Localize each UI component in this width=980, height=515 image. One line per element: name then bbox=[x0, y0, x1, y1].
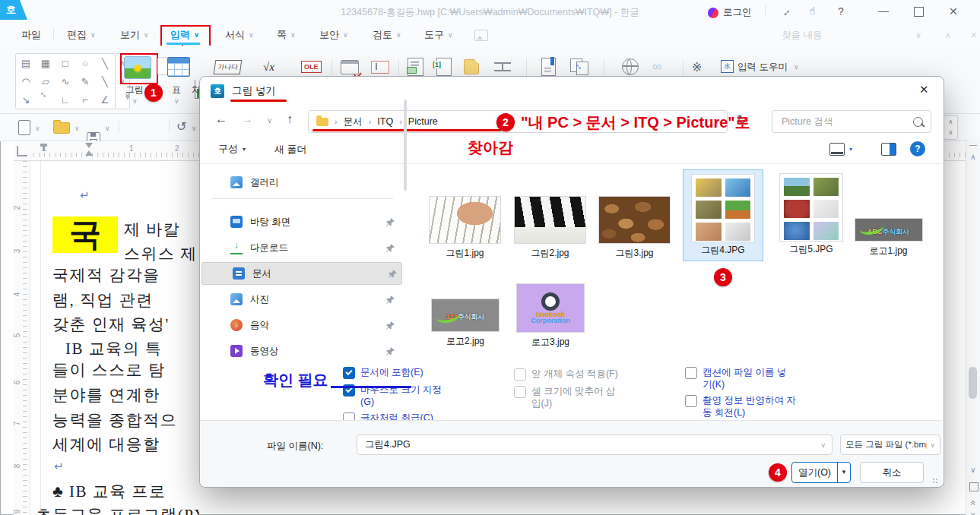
filename-field[interactable]: ∨ bbox=[357, 434, 833, 455]
shape-tool[interactable]: ▤ bbox=[16, 54, 36, 72]
open-document-button[interactable] bbox=[53, 122, 70, 134]
file-item-grim2[interactable]: 그림2.jpg bbox=[503, 196, 598, 260]
scroll-up-icon[interactable]: ∧ bbox=[966, 153, 980, 161]
ruler-corner-icon[interactable] bbox=[17, 146, 27, 156]
menu-edit[interactable]: 편집∨ bbox=[67, 28, 96, 42]
indent-marker-top[interactable] bbox=[85, 143, 93, 148]
dialog-help-button[interactable]: ? bbox=[910, 141, 925, 156]
numbering-button[interactable] bbox=[408, 55, 423, 78]
shape-tool[interactable]: ○ bbox=[75, 54, 95, 72]
find-close-icon[interactable]: ✕ bbox=[970, 30, 977, 40]
menu-review[interactable]: 검토∨ bbox=[373, 28, 401, 42]
split-handle[interactable]: — bbox=[966, 141, 980, 149]
option-auto-rotate[interactable]: 촬영 정보 반영하여 자동 회전(L) bbox=[685, 394, 799, 419]
sidebar-item-pictures[interactable]: 사진 bbox=[200, 288, 404, 311]
nav-forward-icon[interactable]: → bbox=[241, 112, 253, 126]
scrollbar-thumb[interactable] bbox=[969, 367, 977, 399]
next-page-icon[interactable]: » bbox=[968, 508, 978, 515]
close-button[interactable]: ✕ bbox=[949, 5, 958, 17]
chevron-down-icon[interactable]: ∨ bbox=[174, 97, 179, 105]
shape-tool[interactable]: ∠ bbox=[95, 90, 115, 109]
checkbox-icon[interactable] bbox=[514, 386, 526, 398]
nav-back-icon[interactable]: ← bbox=[215, 112, 227, 126]
sidebar-item-documents[interactable]: 문서 bbox=[201, 262, 402, 285]
hwp-logo-tab[interactable]: 호 bbox=[0, 0, 27, 20]
bookmark-button[interactable] bbox=[541, 55, 556, 78]
input-helper-button[interactable]: 입력 도우미 bbox=[737, 61, 788, 74]
chevron-down-icon[interactable]: ∨ bbox=[794, 63, 799, 71]
cancel-button[interactable]: 취소 bbox=[860, 462, 924, 483]
minimize-button[interactable]: — bbox=[878, 5, 889, 17]
file-item-grim3[interactable]: 그림3.jpg bbox=[587, 196, 682, 260]
fullscreen-icon[interactable]: ↔ bbox=[777, 3, 793, 19]
open-button[interactable]: 열기(O) ▼ bbox=[791, 462, 851, 483]
maximize-button[interactable] bbox=[914, 7, 924, 17]
document-page[interactable]: ↵ 국 제 바칼 스위스 제 국제적 감각을 램, 직업 관련 갖춘 인재 육성… bbox=[30, 161, 199, 515]
sidebar-item-gallery[interactable]: 갤러리 bbox=[200, 171, 404, 194]
login-button[interactable]: 로그인 bbox=[708, 6, 752, 19]
new-folder-button[interactable]: 새 폴더 bbox=[274, 143, 307, 156]
menu-format[interactable]: 서식∨ bbox=[225, 28, 254, 42]
ole-object-button[interactable]: OLE bbox=[301, 55, 322, 78]
resize-grip[interactable] bbox=[932, 478, 938, 484]
chevron-down-icon[interactable]: ∨ bbox=[75, 125, 80, 132]
file-item-grim1[interactable]: 그림1.jpg bbox=[417, 196, 512, 260]
chevron-down-icon[interactable]: ∨ bbox=[105, 125, 110, 132]
sidebar-item-downloads[interactable]: ↓ 다운로드 bbox=[200, 236, 404, 259]
shape-tool[interactable]: ⌐ bbox=[75, 90, 95, 109]
new-document-button[interactable] bbox=[18, 120, 30, 135]
view-mode-button[interactable]: ▾ bbox=[829, 143, 852, 156]
option-include-in-document[interactable]: 문서에 포함(E) bbox=[343, 366, 423, 379]
sidebar-item-videos[interactable]: 동영상 bbox=[200, 340, 404, 362]
chevron-down-icon[interactable]: ∨ bbox=[132, 97, 138, 105]
special-character-button[interactable]: ※ bbox=[692, 55, 702, 78]
shape-tool[interactable]: □ bbox=[56, 54, 75, 72]
menu-security[interactable]: 보안∨ bbox=[319, 28, 348, 42]
shape-tool[interactable]: ▦ bbox=[36, 54, 56, 72]
hyperlink-button[interactable] bbox=[622, 55, 639, 78]
filename-dropdown-icon[interactable]: ∨ bbox=[820, 441, 826, 449]
search-box[interactable] bbox=[772, 110, 931, 133]
preview-pane-button[interactable] bbox=[881, 143, 896, 156]
touch-mode-icon[interactable]: ☝ bbox=[809, 5, 816, 17]
spin-up-icon[interactable]: ∧ bbox=[944, 116, 957, 127]
formula-button[interactable]: √x bbox=[263, 55, 274, 78]
undo-button[interactable]: ↺ bbox=[176, 119, 186, 134]
filetype-dropdown[interactable]: 모든 그림 파일 (*.bmp;*.cdr;*.c ∨ bbox=[840, 434, 940, 455]
file-item-logo1[interactable]: ABC주식회사 로고1.jpg bbox=[845, 196, 932, 258]
help-icon[interactable]: ? bbox=[838, 5, 844, 17]
file-item-grim4-selected[interactable]: 그림4.JPG bbox=[683, 169, 763, 261]
spin-down-icon[interactable]: ∨ bbox=[944, 127, 957, 137]
file-item-logo2[interactable]: 123주식회사 로고2.jpg bbox=[423, 299, 507, 348]
menu-tools[interactable]: 도구∨ bbox=[424, 28, 453, 42]
shape-tool[interactable]: ╲ bbox=[95, 72, 115, 90]
chevron-down-icon[interactable]: ∨ bbox=[192, 125, 197, 132]
shape-tool[interactable]: ✎ bbox=[75, 72, 95, 90]
nav-up-icon[interactable]: ↑ bbox=[287, 112, 293, 126]
indent-marker-bottom[interactable] bbox=[85, 150, 93, 156]
menu-view[interactable]: 보기∨ bbox=[120, 28, 149, 42]
find-prev-icon[interactable]: ∧ bbox=[945, 30, 951, 40]
sidebar-item-desktop[interactable]: 바탕 화면 bbox=[200, 210, 404, 233]
option-apply-front-object[interactable]: 앞 개체 속성 적용(F) bbox=[514, 368, 618, 381]
checkbox-checked-icon[interactable] bbox=[343, 367, 355, 379]
breadcrumb-itq[interactable]: ITQ bbox=[377, 116, 393, 127]
checkbox-icon[interactable] bbox=[685, 367, 697, 379]
menu-page[interactable]: 쪽∨ bbox=[277, 28, 296, 42]
open-split-caret-icon[interactable]: ▼ bbox=[837, 463, 850, 482]
checkbox-icon[interactable] bbox=[685, 395, 697, 407]
scroll-down-icon[interactable]: ∨ bbox=[966, 466, 980, 474]
memo-button[interactable] bbox=[464, 55, 479, 78]
dialog-close-button[interactable]: ✕ bbox=[919, 83, 929, 96]
file-item-grim5[interactable]: 그림5.JPG bbox=[772, 173, 851, 256]
find-next-icon[interactable]: ∨ bbox=[915, 30, 921, 40]
page-fit-icon[interactable] bbox=[969, 482, 978, 491]
menu-file[interactable]: 파일 bbox=[21, 28, 41, 42]
chevron-down-icon[interactable]: ∨ bbox=[35, 125, 40, 132]
insert-table-button[interactable] bbox=[167, 57, 190, 77]
footnote-button[interactable]: [1] bbox=[436, 55, 452, 78]
shape-tool[interactable]: ╲ bbox=[95, 54, 115, 72]
option-fit-to-cell[interactable]: 셀 크기에 맞추어 삽입(J) bbox=[514, 385, 628, 409]
breadcrumb-documents[interactable]: 문서 bbox=[344, 115, 363, 128]
sidebar-scrollbar[interactable] bbox=[404, 100, 407, 191]
